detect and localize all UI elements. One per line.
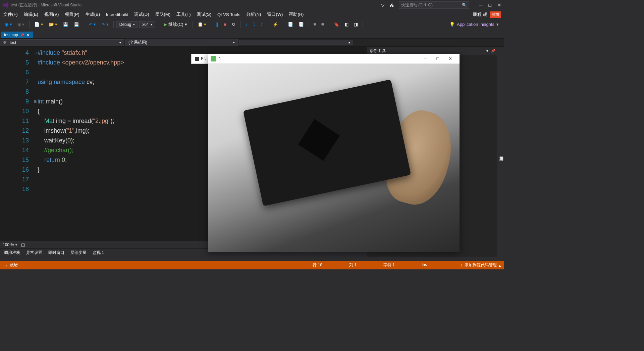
notification-icon[interactable]: 🖧 (389, 2, 394, 8)
search-icon: 🔍 (462, 3, 467, 7)
indent-right-icon[interactable]: ≡ (319, 20, 326, 28)
zoom-level: 100 % (3, 243, 14, 247)
tab-callstack[interactable]: 调用堆栈 (1, 249, 23, 257)
status-line: 行 18 (313, 262, 322, 268)
main-toolbar: ◉ ▾ ◉ ▾ 📄 ▾ 📂 ▾ 💾 💾 ↶ ▾ ↷ ▾ Debug▾ x64▾ … (0, 19, 504, 30)
status-ins-mode: Ins (422, 262, 427, 268)
tool-icon-2[interactable]: 📑 (286, 20, 295, 28)
nav-back-button[interactable]: ◉ ▾ (3, 20, 14, 28)
scope-member-dropdown[interactable]: ▾ (239, 40, 353, 45)
open-file-button[interactable]: 📂 ▾ (47, 20, 60, 28)
title-bar: test (正在运行) - Microsoft Visual Studio ▽ … (0, 0, 504, 10)
split-icon[interactable]: ◫ (21, 243, 25, 247)
menu-window[interactable]: 窗口(W) (267, 11, 283, 17)
status-char: 字符 1 (383, 262, 395, 268)
menu-test[interactable]: 测试(S) (197, 11, 211, 17)
user-badge[interactable]: 鹏胡 (490, 11, 501, 18)
menu-file[interactable]: 文件(F) (3, 11, 18, 17)
diagnostic-title: 诊断工具 (370, 48, 484, 54)
menu-project[interactable]: 项目(P) (65, 11, 79, 17)
console-title: F:\ (201, 56, 206, 61)
quick-launch-input[interactable]: 快速启动 (Ctrl+Q) 🔍 (399, 1, 469, 9)
solution-explorer-rail[interactable]: 解决方案 (497, 47, 504, 257)
opencv-icon (211, 56, 216, 61)
comment-icon[interactable]: ◧ (342, 20, 351, 28)
minimize-button[interactable]: ─ (479, 2, 483, 8)
circuit-board-photo (243, 79, 411, 206)
menu-bar: 文件(F) 编辑(E) 视图(V) 项目(P) 生成(B) Incredibui… (0, 10, 504, 19)
img-window-title: 1 (219, 56, 419, 61)
close-button[interactable]: ✕ (497, 2, 501, 8)
pause-button[interactable]: ‖ (214, 20, 220, 28)
tab-close-icon[interactable]: ✕ (26, 33, 30, 37)
maximize-button[interactable]: □ (489, 2, 491, 8)
tab-locals[interactable]: 局部变量 (68, 249, 89, 257)
indent-left-icon[interactable]: ≡ (312, 20, 318, 28)
new-project-button[interactable]: 📄 ▾ (32, 20, 45, 28)
status-icon: ▭ (3, 263, 7, 268)
panel-pin-icon[interactable]: 📌 (491, 49, 496, 53)
menu-view[interactable]: 视图(V) (44, 11, 59, 17)
tab-test-cpp[interactable]: test.cpp 📌 ✕ (1, 32, 33, 38)
continue-button[interactable]: ▶继续(C) ▾ (161, 21, 190, 28)
menu-help[interactable]: 帮助(H) (289, 11, 304, 17)
status-ready: 就绪 (10, 262, 18, 268)
step-over-button[interactable]: ⤵ (251, 20, 257, 28)
stop-button[interactable]: ■ (222, 20, 228, 28)
step-into-button[interactable]: ↓ (243, 20, 250, 28)
redo-button[interactable]: ↷ ▾ (99, 20, 111, 28)
app-insights-button[interactable]: 💡 Application Insights ▾ (447, 22, 501, 27)
panel-dropdown-icon[interactable]: ▾ (486, 49, 488, 53)
menu-team[interactable]: 团队(M) (155, 11, 171, 17)
quick-launch-placeholder: 快速启动 (Ctrl+Q) (401, 2, 433, 8)
lightbulb-icon: 💡 (449, 22, 455, 27)
user-name[interactable]: 鹏程 胡 (473, 11, 487, 17)
document-tab-strip: test.cpp 📌 ✕ (0, 30, 504, 38)
tab-exceptions[interactable]: 异常设置 (23, 249, 45, 257)
tool-icon-1[interactable]: ⚡ (271, 20, 280, 28)
pin-icon[interactable]: 📌 (20, 33, 24, 37)
step-out-button[interactable]: ⤴ (259, 20, 265, 28)
tool-icon-3[interactable]: 📑 (297, 20, 306, 28)
filter-icon[interactable]: ▽ (381, 2, 385, 8)
scope-project-dropdown[interactable]: test▾ (0, 39, 124, 46)
window-title: test (正在运行) - Microsoft Visual Studio (11, 2, 82, 8)
restart-button[interactable]: ↻ (230, 20, 237, 28)
tab-label: test.cpp (4, 33, 18, 37)
console-window-tab[interactable]: F:\ (191, 54, 209, 64)
menu-incredibuild[interactable]: Incredibuild (106, 12, 128, 17)
line-number-gutter: 456789101112131415161718 (0, 47, 32, 241)
save-button[interactable]: 💾 (61, 20, 70, 28)
nav-forward-button[interactable]: ◉ ▾ (15, 20, 27, 28)
status-column: 列 1 (349, 262, 357, 268)
console-icon (195, 57, 199, 61)
config-dropdown[interactable]: Debug▾ (116, 21, 138, 28)
menu-build[interactable]: 生成(B) (86, 11, 100, 17)
status-bar: ▭ 就绪 行 18 列 1 字符 1 Ins ↑ 添加到源代码管理 ▴ (0, 261, 504, 269)
bookmark-icon[interactable]: 🔖 (332, 20, 341, 28)
vs-logo-icon (3, 2, 9, 8)
opencv-image-window[interactable]: 1 ─ □ ✕ (208, 54, 460, 252)
img-window-titlebar[interactable]: 1 ─ □ ✕ (208, 54, 460, 64)
publish-icon: ↑ (461, 263, 463, 268)
menu-debug[interactable]: 调试(D) (134, 11, 149, 17)
undo-button[interactable]: ↶ ▾ (87, 20, 98, 28)
tab-immediate[interactable]: 即时窗口 (46, 249, 67, 257)
menu-tools[interactable]: 工具(T) (176, 11, 191, 17)
platform-dropdown[interactable]: x64▾ (139, 21, 155, 28)
source-control-button[interactable]: ↑ 添加到源代码管理 ▴ (461, 262, 501, 268)
img-maximize-button[interactable]: □ (432, 56, 444, 61)
img-minimize-button[interactable]: ─ (419, 56, 432, 61)
menu-edit[interactable]: 编辑(E) (24, 11, 38, 17)
uncomment-icon[interactable]: ◨ (352, 20, 360, 28)
save-all-button[interactable]: 💾 (72, 20, 81, 28)
fold-column[interactable]: ⊟⊟ (32, 47, 38, 241)
img-close-button[interactable]: ✕ (444, 56, 457, 61)
menu-qt[interactable]: Qt VS Tools (217, 12, 240, 17)
scope-bar: test▾ (全局范围)▾ ▾ (0, 38, 504, 47)
menu-analyze[interactable]: 分析(N) (246, 11, 261, 17)
process-button[interactable]: 📋 ▾ (196, 20, 209, 28)
tab-watch[interactable]: 监视 1 (90, 249, 107, 257)
scope-namespace-dropdown[interactable]: (全局范围)▾ (125, 39, 238, 46)
img-window-content (208, 64, 460, 252)
